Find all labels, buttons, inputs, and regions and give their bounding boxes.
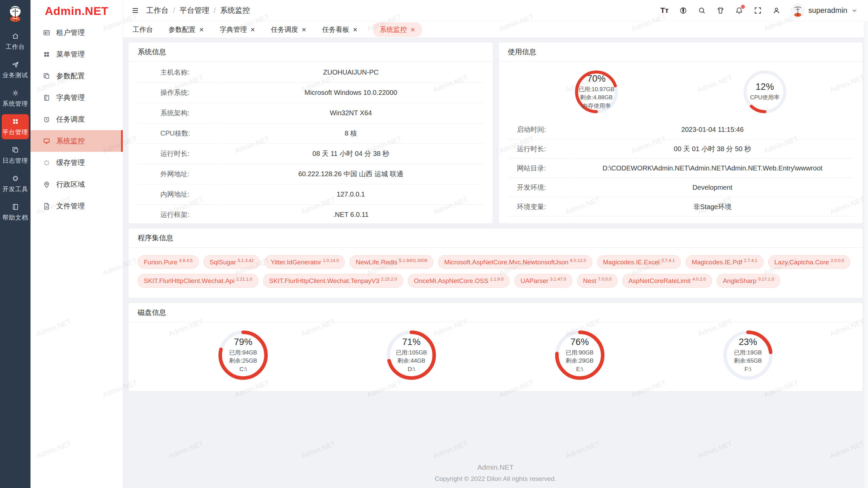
sidebar-item-menu-mgmt[interactable]: 菜单管理: [31, 43, 123, 65]
info-row: 操作系统:Microsoft Windows 10.0.22000: [137, 83, 484, 103]
info-row: 运行时长:00 天 01 小时 38 分 50 秒: [508, 139, 854, 159]
close-tab-icon[interactable]: [250, 27, 255, 32]
close-tab-icon[interactable]: [199, 27, 204, 32]
theme-icon[interactable]: [716, 6, 725, 15]
card-title: 程序集信息: [129, 228, 863, 248]
rail-item-business-test[interactable]: 业务测试: [2, 57, 29, 82]
info-row: 内网地址:127.0.0.1: [137, 184, 484, 205]
rail-item-dev-tools[interactable]: 开发工具: [2, 171, 29, 196]
assembly-tag: Yitter.IdGenerator1.0.14.0: [264, 255, 345, 269]
username: superadmin: [808, 6, 847, 15]
assembly-tag: SKIT.FlurlHttpClient.Wechat.TenpayV32.15…: [263, 274, 403, 287]
assembly-tag: AngleSharp0.17.1.0: [717, 274, 780, 287]
search-icon[interactable]: [698, 6, 706, 15]
gear-icon: [12, 89, 19, 97]
tab-param-config[interactable]: 参数配置: [169, 22, 204, 37]
tab-dict-mgmt[interactable]: 字典管理: [220, 22, 255, 37]
profile-icon[interactable]: [772, 6, 781, 15]
breadcrumb-separator: /: [173, 6, 175, 15]
card-title: 磁盘信息: [129, 303, 863, 322]
menu-grid-icon: [43, 50, 51, 58]
notification-icon[interactable]: [735, 6, 743, 15]
assembly-tag: Magicodes.IE.Excel2.7.4.1: [597, 255, 681, 269]
footer-copyright: Copyright © 2022 Dilon All rights reserv…: [128, 475, 863, 483]
system-info-card: 系统信息 主机名称:ZUOHUAIJUN-PC 操作系统:Microsoft W…: [128, 42, 493, 224]
location-pin-icon: [43, 181, 51, 188]
page-content: 系统信息 主机名称:ZUOHUAIJUN-PC 操作系统:Microsoft W…: [123, 38, 868, 488]
card-title: 使用信息: [499, 42, 863, 62]
fullscreen-icon[interactable]: [754, 6, 762, 15]
info-row: 主机名称:ZUOHUAIJUN-PC: [137, 62, 484, 83]
breadcrumb-current: 系统监控: [220, 5, 250, 16]
rail-item-help-docs[interactable]: 帮助文档: [2, 200, 29, 225]
sidebar-item-system-monitor[interactable]: 系统监控: [31, 130, 123, 152]
disk-info-card: 磁盘信息 79% 已用:94GB 剩余:25GB C:\ 71% 已用:105: [128, 303, 863, 391]
primary-rail: 工作台 业务测试 系统管理 平台管理 日志管理 开发工具 帮助文档: [0, 0, 31, 488]
assembly-tag: AspNetCoreRateLimit4.0.2.0: [622, 274, 712, 287]
app-logo[interactable]: [6, 4, 24, 22]
sidebar-item-dict-mgmt[interactable]: 字典管理: [31, 87, 123, 108]
sidebar-item-cache-mgmt[interactable]: 缓存管理: [31, 152, 123, 174]
info-row: 网站目录:D:\CODEWORK\Admin.NET\Admin.NET\Adm…: [508, 159, 854, 178]
hamburger-icon[interactable]: [131, 6, 139, 15]
notebook-icon: [43, 94, 51, 102]
alarm-clock-icon: [43, 116, 51, 123]
assembly-tag: SKIT.FlurlHttpClient.Wechat.Api2.21.1.0: [138, 274, 258, 287]
breadcrumb-separator: /: [214, 6, 216, 15]
notification-badge: [741, 5, 745, 9]
assembly-tag: OnceMi.AspNetCore.OSS1.1.9.0: [408, 274, 510, 287]
top-header: 工作台 / 平台管理 / 系统监控 Tᴛ: [123, 0, 868, 21]
info-row: 环境变量:非Stage环境: [508, 197, 854, 217]
usage-info-card: 使用信息 70% 已用:10.97GB 剩余:4.88GB 内存使用率: [498, 42, 863, 224]
copy-docs-icon: [43, 72, 51, 80]
assembly-tag: UAParser3.1.47.0: [514, 274, 572, 287]
assembly-tag: SqlSugar5.1.3.42: [203, 255, 260, 269]
info-row: 运行框架:.NET 6.0.11: [137, 205, 484, 225]
disk-gauge-e: 76% 已用:90GB 剩余:29GB E:\: [554, 330, 605, 381]
copy-docs-icon: [12, 146, 19, 154]
info-row: 开发环境:Development: [508, 178, 854, 197]
rail-item-workbench[interactable]: 工作台: [2, 29, 29, 54]
close-tab-icon[interactable]: [301, 27, 307, 32]
disk-gauge-d: 71% 已用:105GB 剩余:44GB D:\: [386, 330, 437, 381]
assembly-tag: Furion.Pure4.8.4.5: [138, 255, 199, 269]
rail-item-system-mgmt[interactable]: 系统管理: [2, 86, 29, 111]
assembly-tag: Magicodes.IE.Pdf2.7.4.1: [686, 255, 764, 269]
info-row: 外网地址:60.222.128.26 中国 山西 运城 联通: [137, 164, 484, 184]
assemblies-card: 程序集信息 Furion.Pure4.8.4.5 SqlSugar5.1.3.4…: [128, 228, 863, 298]
secondary-sidebar: Admin.NET 租户管理 菜单管理 参数配置 字典管理 任务调度 系统监控 …: [31, 0, 123, 488]
loading-asterisk-icon: [43, 159, 51, 167]
close-tab-icon[interactable]: [410, 27, 415, 32]
grid-icon: [12, 118, 19, 125]
breadcrumb-workbench[interactable]: 工作台: [146, 5, 169, 16]
tab-task-board[interactable]: 任务看板: [322, 22, 358, 37]
sidebar-item-task-schedule[interactable]: 任务调度: [31, 108, 123, 130]
sidebar-item-file-mgmt[interactable]: 文件管理: [31, 195, 123, 217]
close-tab-icon[interactable]: [353, 27, 358, 32]
book-icon: [12, 203, 19, 211]
main-area: 工作台 / 平台管理 / 系统监控 Tᴛ: [123, 0, 868, 488]
assembly-tag: Microsoft.AspNetCore.Mvc.NewtonsoftJson6…: [438, 255, 592, 269]
user-dropdown[interactable]: superadmin: [791, 4, 858, 17]
sidebar-item-admin-region[interactable]: 行政区域: [31, 174, 123, 195]
id-card-icon: [43, 29, 51, 37]
disk-gauge-f: 23% 已用:19GB 剩余:65GB F:\: [723, 330, 773, 381]
sidebar-item-tenant-mgmt[interactable]: 租户管理: [31, 22, 123, 43]
home-icon: [12, 32, 19, 40]
tab-system-monitor[interactable]: 系统监控: [373, 22, 422, 37]
sidebar-logo-text[interactable]: Admin.NET: [31, 0, 123, 22]
header-actions: Tᴛ supera: [660, 4, 858, 17]
breadcrumb-platform[interactable]: 平台管理: [179, 5, 209, 16]
sidebar-item-param-config[interactable]: 参数配置: [31, 65, 123, 87]
assembly-tag: Lazy.Captcha.Core2.0.0.0: [768, 255, 850, 269]
rail-item-log-mgmt[interactable]: 日志管理: [2, 143, 29, 168]
locale-icon[interactable]: [679, 6, 687, 15]
scrollbar[interactable]: [864, 21, 868, 488]
tab-task-schedule[interactable]: 任务调度: [271, 22, 307, 37]
rail-item-platform-mgmt[interactable]: 平台管理: [2, 114, 29, 139]
breadcrumb: 工作台 / 平台管理 / 系统监控: [146, 5, 250, 16]
font-size-icon[interactable]: Tᴛ: [660, 6, 669, 15]
tab-workbench[interactable]: 工作台: [133, 22, 153, 37]
monitor-icon: [43, 137, 51, 145]
footer-app-name: Admin.NET: [128, 463, 863, 471]
